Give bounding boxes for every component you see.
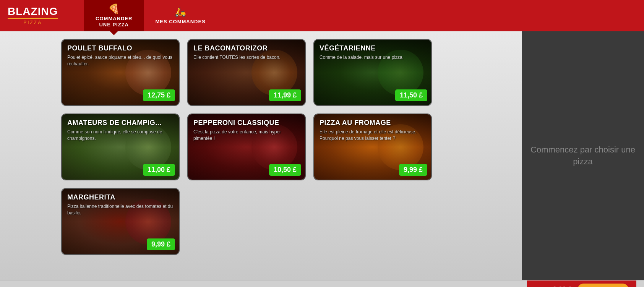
pizza-info: PIZZA AU FROMAGE Elle est pleine de from…	[314, 114, 431, 146]
total-value: 0,00 £	[553, 285, 572, 287]
nav-commander-label: COMMANDERUNE PIZZA	[96, 16, 132, 28]
logo-text: BLAZING	[8, 6, 58, 17]
order-footer: Total : 0,00 £ Commander >	[527, 281, 636, 287]
pizza-description: Elle est pleine de fromage et elle est d…	[320, 129, 426, 142]
pizza-price: 12,75 £	[143, 89, 175, 101]
pizza-card-vegetarienne[interactable]: VÉGÉTARIENNE Comme de la salade, mais su…	[313, 39, 432, 106]
pizza-description: Elle contient TOUTES les sortes de bacon…	[193, 54, 300, 61]
pizza-description: Comme son nom l'indique, elle se compose…	[67, 129, 174, 142]
pizza-info: POULET BUFFALO Poulet épicé, sauce piqua…	[62, 40, 179, 72]
pizza-icon: 🍕	[108, 3, 120, 14]
pizza-name: POULET BUFFALO	[67, 44, 174, 52]
pizza-price: 9,99 £	[147, 238, 175, 250]
logo-subtext: PIZZA	[8, 20, 58, 25]
pizza-card-pizza-fromage[interactable]: PIZZA AU FROMAGE Elle est pleine de from…	[313, 114, 432, 180]
pizza-grid-area: POULET BUFFALO Poulet épicé, sauce piqua…	[0, 31, 522, 280]
nav-mes-commandes[interactable]: 🛵 MES COMMANDES	[144, 0, 217, 31]
total-display: Total : 0,00 £	[535, 285, 572, 287]
pizza-name: PIZZA AU FROMAGE	[320, 119, 426, 127]
pizza-info: PEPPERONI CLASSIQUE C'est la pizza de vo…	[188, 114, 305, 146]
pizza-info: VÉGÉTARIENNE Comme de la salade, mais su…	[314, 40, 431, 65]
pizza-description: Poulet épicé, sauce piquante et bleu... …	[67, 54, 174, 67]
pizza-price: 10,50 £	[269, 164, 301, 176]
pizza-name: MARGHERITA	[67, 193, 174, 201]
pizza-card-pepperoni-classique[interactable]: PEPPERONI CLASSIQUE C'est la pizza de vo…	[187, 114, 306, 180]
main-nav: 🍕 COMMANDERUNE PIZZA 🛵 MES COMMANDES	[84, 0, 217, 31]
pizza-card-margherita[interactable]: MARGHERITA Pizza italienne traditionnell…	[61, 188, 180, 255]
pizza-name: PEPPERONI CLASSIQUE	[193, 119, 300, 127]
pizza-grid: POULET BUFFALO Poulet épicé, sauce piqua…	[61, 39, 436, 255]
pizza-price: 11,00 £	[143, 164, 175, 176]
nav-commander[interactable]: 🍕 COMMANDERUNE PIZZA	[84, 0, 144, 31]
logo: BLAZING PIZZA	[0, 0, 84, 31]
commander-button[interactable]: Commander >	[577, 284, 629, 287]
header: BLAZING PIZZA 🍕 COMMANDERUNE PIZZA 🛵 MES…	[0, 0, 644, 31]
pizza-price: 9,99 £	[399, 164, 427, 176]
footer: © Blazing Pizza 2021 Total : 0,00 £ Comm…	[0, 280, 644, 287]
pizza-description: C'est la pizza de votre enfance, mais hy…	[193, 129, 300, 142]
nav-commandes-label: MES COMMANDES	[155, 19, 205, 25]
pizza-price: 11,50 £	[395, 89, 427, 101]
pizza-info: AMATEURS DE CHAMPIG... Comme son nom l'i…	[62, 114, 179, 146]
pizza-price: 11,99 £	[269, 89, 301, 101]
logo-line1: BLAZING	[8, 5, 58, 17]
pizza-info: MARGHERITA Pizza italienne traditionnell…	[62, 189, 179, 221]
pizza-name: VÉGÉTARIENNE	[320, 44, 426, 52]
pizza-description: Comme de la salade, mais sur une pizza.	[320, 54, 426, 61]
pizza-name: AMATEURS DE CHAMPIG...	[67, 119, 174, 127]
main-content: POULET BUFFALO Poulet épicé, sauce piqua…	[0, 31, 644, 280]
pizza-description: Pizza italienne traditionnelle avec des …	[67, 203, 174, 216]
scooter-icon: 🛵	[175, 6, 187, 17]
pizza-card-baconatorizor[interactable]: LE BACONATORIZOR Elle contient TOUTES le…	[187, 39, 306, 106]
pizza-card-amateurs-champignons[interactable]: AMATEURS DE CHAMPIG... Comme son nom l'i…	[61, 114, 180, 180]
sidebar: Commencez par choisir une pizza	[522, 31, 644, 280]
pizza-card-poulet-buffalo[interactable]: POULET BUFFALO Poulet épicé, sauce piqua…	[61, 39, 180, 106]
sidebar-placeholder: Commencez par choisir une pizza	[522, 144, 644, 168]
pizza-info: LE BACONATORIZOR Elle contient TOUTES le…	[188, 40, 305, 65]
pizza-name: LE BACONATORIZOR	[193, 44, 300, 52]
